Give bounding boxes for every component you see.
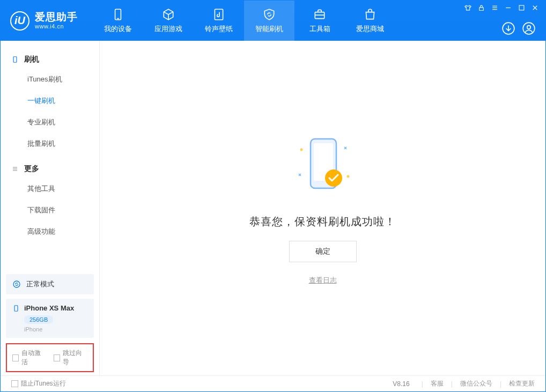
app-url: www.i4.cn: [35, 23, 78, 29]
success-illustration: [288, 131, 358, 203]
svg-point-21: [300, 149, 302, 151]
checkbox-auto-activate[interactable]: 自动激活: [12, 349, 46, 367]
toolbox-icon: [313, 8, 327, 21]
checkbox-block-itunes[interactable]: 阻止iTunes运行: [11, 379, 66, 388]
body: 刷机 iTunes刷机 一键刷机 专业刷机 批量刷机 更多 其他工具 下载固件 …: [1, 41, 545, 375]
titlebar-controls: [464, 4, 539, 12]
device-card[interactable]: iPhone XS Max 256GB iPhone: [6, 299, 94, 338]
main-content: 恭喜您，保资料刷机成功啦！ 确定 查看日志: [100, 41, 545, 375]
shield-sync-icon: [262, 8, 276, 21]
sidebar-item-firmware[interactable]: 下载固件: [1, 199, 99, 221]
svg-point-14: [527, 26, 531, 29]
success-message: 恭喜您，保资料刷机成功啦！: [249, 215, 396, 229]
options-row: 自动激活 跳过向导: [6, 343, 94, 372]
minimize-icon[interactable]: [504, 4, 512, 12]
tab-device[interactable]: 我的设备: [93, 1, 143, 41]
phone-small-icon: [12, 305, 20, 312]
sync-icon: [12, 280, 21, 289]
sidebar: 刷机 iTunes刷机 一键刷机 专业刷机 批量刷机 更多 其他工具 下载固件 …: [1, 41, 100, 375]
tshirt-icon[interactable]: [464, 4, 472, 12]
list-icon: [11, 165, 19, 173]
svg-point-19: [13, 281, 20, 287]
sidebar-item-onekey[interactable]: 一键刷机: [1, 90, 99, 112]
tab-ringtones[interactable]: 铃声壁纸: [194, 1, 244, 41]
device-icon: [11, 56, 19, 63]
sidebar-item-pro[interactable]: 专业刷机: [1, 112, 99, 133]
user-icon[interactable]: [522, 21, 536, 35]
mode-bar[interactable]: 正常模式: [6, 274, 94, 294]
cube-icon: [161, 8, 175, 21]
tab-flash[interactable]: 智能刷机: [244, 1, 294, 41]
sidebar-item-advanced[interactable]: 高级功能: [1, 221, 99, 242]
tab-store[interactable]: 爱思商城: [345, 1, 395, 41]
footer: 阻止iTunes运行 V8.16 | 客服 | 微信公众号 | 检查更新: [1, 375, 545, 391]
mode-label: 正常模式: [26, 279, 54, 289]
view-log-link[interactable]: 查看日志: [309, 276, 337, 285]
checkbox-icon: [11, 380, 18, 387]
wechat-link[interactable]: 微信公众号: [460, 379, 492, 388]
sidebar-item-batch[interactable]: 批量刷机: [1, 133, 99, 154]
menu-icon[interactable]: [491, 4, 499, 12]
checkbox-icon: [54, 354, 60, 361]
lock-icon[interactable]: [477, 4, 485, 12]
maximize-icon[interactable]: [518, 4, 526, 12]
close-icon[interactable]: [531, 4, 539, 12]
tab-toolbox[interactable]: 工具箱: [294, 1, 345, 41]
ok-button[interactable]: 确定: [289, 241, 357, 262]
download-icon[interactable]: [501, 21, 515, 35]
svg-rect-20: [14, 305, 18, 311]
svg-rect-9: [519, 5, 524, 10]
phone-icon: [111, 8, 125, 21]
logo-icon: iU: [10, 11, 29, 31]
svg-rect-15: [13, 57, 17, 63]
app-name: 爱思助手: [35, 12, 78, 23]
music-file-icon: [212, 8, 226, 21]
svg-point-22: [346, 175, 349, 178]
checkbox-skip-guide[interactable]: 跳过向导: [54, 349, 87, 367]
bag-icon: [363, 8, 377, 21]
logo: iU 爱思助手 www.i4.cn: [1, 11, 87, 31]
update-link[interactable]: 检查更新: [509, 379, 535, 388]
device-name: iPhone XS Max: [24, 304, 74, 312]
support-link[interactable]: 客服: [431, 379, 444, 388]
sidebar-item-other[interactable]: 其他工具: [1, 178, 99, 199]
svg-rect-4: [479, 8, 484, 11]
svg-point-13: [523, 23, 535, 34]
device-panel: 正常模式 iPhone XS Max 256GB iPhone 自动激活 跳过向…: [1, 274, 99, 375]
sidebar-group-more: 更多: [1, 160, 99, 178]
svg-rect-2: [215, 9, 223, 20]
sidebar-item-itunes[interactable]: iTunes刷机: [1, 69, 99, 90]
header-actions: [501, 21, 536, 35]
version-label: V8.16: [393, 380, 409, 388]
tab-apps[interactable]: 应用游戏: [143, 1, 194, 41]
nav-tabs: 我的设备 应用游戏 铃声壁纸 智能刷机 工具箱 爱思商城: [93, 1, 395, 41]
sidebar-group-flash: 刷机: [1, 50, 99, 69]
checkbox-icon: [12, 354, 19, 361]
header: iU 爱思助手 www.i4.cn 我的设备 应用游戏 铃声壁纸 智能刷机 工具…: [1, 1, 545, 41]
device-storage: 256GB: [24, 315, 53, 324]
device-type: iPhone: [24, 326, 87, 332]
